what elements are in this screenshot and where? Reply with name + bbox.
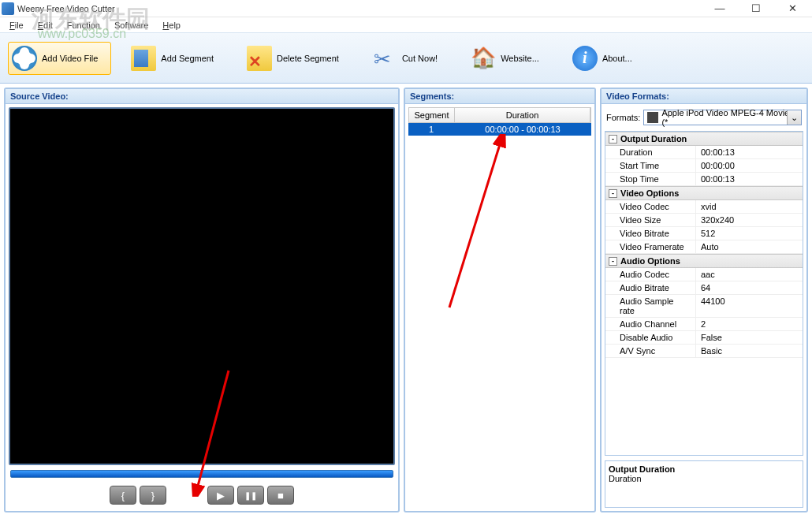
collapse-icon[interactable]: -: [609, 189, 617, 198]
segment-row[interactable]: 1 00:00:00 - 00:00:13: [408, 123, 591, 136]
prop-audio-channel[interactable]: Audio Channel2: [605, 318, 803, 331]
segment-id: 1: [408, 123, 454, 136]
group-audio-options[interactable]: -Audio Options: [605, 254, 803, 268]
segments-col-duration[interactable]: Duration: [455, 108, 590, 122]
film-reel-icon: [12, 46, 37, 71]
scissors-icon: [372, 46, 397, 71]
home-icon: [471, 46, 496, 71]
video-formats-panel: Video Formats: Formats: Apple iPod Video…: [600, 88, 808, 512]
window-title: Weeny Free Video Cutter: [17, 4, 702, 13]
prop-video-bitrate[interactable]: Video Bitrate512: [605, 227, 803, 240]
format-select[interactable]: Apple iPod Video MPEG-4 Movie (* ⌄: [643, 110, 802, 125]
segments-panel: Segments: Segment Duration 1 00:00:00 - …: [404, 88, 596, 512]
minimize-button[interactable]: —: [702, 0, 738, 17]
title-bar: Weeny Free Video Cutter — ☐ ✕: [0, 0, 812, 17]
prop-audio-sample-rate[interactable]: Audio Sample rate44100: [605, 295, 803, 318]
menu-edit[interactable]: Edit: [32, 19, 59, 32]
delete-segment-button[interactable]: Delete Segment: [243, 42, 352, 75]
about-button[interactable]: i About...: [568, 42, 646, 75]
prop-audio-bitrate[interactable]: Audio Bitrate64: [605, 281, 803, 295]
group-output-duration[interactable]: -Output Duration: [605, 132, 803, 146]
source-video-panel: Source Video: { } ▶ ❚❚ ■: [4, 88, 400, 512]
prop-duration[interactable]: Duration00:00:13: [605, 146, 803, 159]
segment-duration: 00:00:00 - 00:00:13: [454, 123, 591, 136]
prop-stop-time[interactable]: Stop Time00:00:13: [605, 173, 803, 186]
segments-table-header: Segment Duration: [408, 107, 591, 123]
menu-software[interactable]: Software: [108, 19, 155, 32]
source-video-header: Source Video:: [6, 89, 398, 104]
add-video-file-button[interactable]: Add Video File: [8, 42, 111, 75]
ipod-icon: [647, 112, 658, 123]
toolbar: Add Video File Add Segment Delete Segmen…: [0, 33, 812, 84]
prop-start-time[interactable]: Start Time00:00:00: [605, 159, 803, 173]
add-segment-button[interactable]: Add Segment: [127, 42, 227, 75]
delete-segment-label: Delete Segment: [277, 54, 339, 63]
property-description-title: Output Duration: [609, 464, 799, 474]
add-segment-label: Add Segment: [161, 54, 214, 63]
collapse-icon[interactable]: -: [609, 257, 617, 266]
prop-video-codec[interactable]: Video Codecxvid: [605, 200, 803, 214]
info-icon: i: [572, 46, 598, 71]
content-area: Source Video: { } ▶ ❚❚ ■ Segments: S: [0, 84, 812, 516]
add-video-file-label: Add Video File: [42, 54, 98, 63]
website-button[interactable]: Website...: [467, 42, 553, 75]
stop-button[interactable]: ■: [267, 486, 294, 505]
mark-in-button[interactable]: {: [110, 486, 136, 505]
timeline-slider[interactable]: [10, 470, 393, 478]
cut-now-label: Cut Now!: [402, 54, 438, 63]
menu-file[interactable]: File: [3, 19, 30, 32]
property-description: Output Duration Duration: [605, 460, 803, 508]
about-label: About...: [602, 54, 632, 63]
play-button[interactable]: ▶: [207, 486, 234, 505]
app-icon: [2, 2, 14, 15]
cut-now-button[interactable]: Cut Now!: [368, 42, 451, 75]
close-button[interactable]: ✕: [774, 0, 810, 17]
prop-disable-audio[interactable]: Disable AudioFalse: [605, 331, 803, 345]
video-formats-header: Video Formats:: [602, 89, 806, 104]
properties-grid: -Output Duration Duration00:00:13 Start …: [605, 131, 803, 456]
prop-video-size[interactable]: Video Size320x240: [605, 214, 803, 227]
menu-help[interactable]: Help: [156, 19, 187, 32]
menu-bar: File Edit Function Software Help: [0, 17, 812, 33]
format-selected: Apple iPod Video MPEG-4 Movie (*: [661, 108, 798, 127]
prop-audio-codec[interactable]: Audio Codecaac: [605, 268, 803, 281]
prop-av-sync[interactable]: A/V SyncBasic: [605, 345, 803, 358]
segments-header: Segments:: [405, 89, 594, 104]
prop-video-framerate[interactable]: Video FramerateAuto: [605, 240, 803, 254]
website-label: Website...: [501, 54, 539, 63]
formats-label: Formats:: [606, 113, 640, 122]
mark-out-button[interactable]: }: [140, 486, 166, 505]
collapse-icon[interactable]: -: [609, 135, 617, 143]
chevron-down-icon[interactable]: ⌄: [787, 110, 801, 125]
video-preview[interactable]: [9, 107, 395, 465]
menu-function[interactable]: Function: [61, 19, 106, 32]
property-description-text: Duration: [609, 474, 799, 483]
folder-film-icon: [131, 46, 156, 71]
pause-button[interactable]: ❚❚: [237, 486, 264, 505]
playback-controls: { } ▶ ❚❚ ■: [9, 483, 395, 508]
folder-delete-icon: [247, 46, 272, 71]
group-video-options[interactable]: -Video Options: [605, 186, 803, 200]
segments-col-segment[interactable]: Segment: [409, 108, 455, 122]
maximize-button[interactable]: ☐: [738, 0, 774, 17]
